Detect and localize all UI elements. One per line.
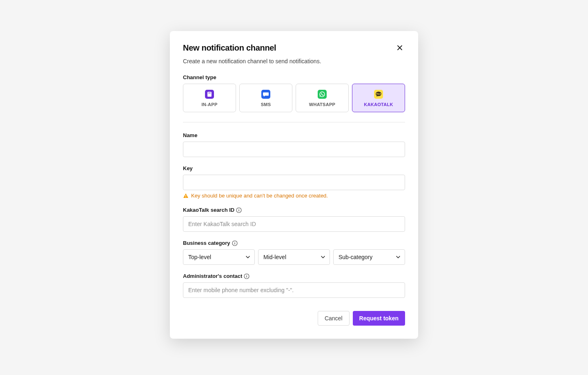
channel-option-sms[interactable]: SMS [239, 84, 292, 112]
svg-rect-4 [318, 90, 327, 99]
channel-option-in-app[interactable]: IN-APP [183, 84, 236, 112]
svg-rect-15 [234, 243, 235, 244]
channel-label: WHATSAPP [309, 102, 336, 107]
sub-category-select[interactable]: Sub-category [333, 249, 405, 265]
key-helper: Key should be unique and can't be change… [183, 193, 405, 199]
business-category-label: Business category [183, 240, 405, 246]
business-category-group: Business category Top-level Mid-level [183, 240, 405, 265]
whatsapp-icon [318, 90, 327, 99]
mid-level-select[interactable]: Mid-level [258, 249, 330, 265]
modal-header: New notification channel [183, 42, 405, 53]
warning-icon [183, 193, 189, 199]
svg-rect-18 [247, 276, 247, 277]
notification-channel-modal: New notification channel Create a new no… [170, 31, 418, 339]
info-icon [244, 273, 249, 279]
key-helper-text: Key should be unique and can't be change… [191, 193, 328, 199]
cancel-button[interactable]: Cancel [318, 311, 350, 326]
svg-rect-1 [207, 92, 212, 97]
kakaotalk-icon: TALK [374, 90, 383, 99]
svg-text:TALK: TALK [376, 93, 381, 95]
svg-rect-16 [234, 242, 235, 242]
category-select-row: Top-level Mid-level Sub-category [183, 249, 405, 265]
svg-rect-2 [208, 93, 211, 93]
close-button[interactable] [394, 42, 405, 53]
key-input[interactable] [183, 175, 405, 190]
modal-footer: Cancel Request token [183, 311, 405, 326]
svg-rect-19 [247, 275, 247, 275]
modal-description: Create a new notification channel to sen… [183, 58, 405, 64]
top-level-select[interactable]: Top-level [183, 249, 255, 265]
sms-icon [261, 90, 270, 99]
svg-rect-10 [185, 197, 186, 197]
admin-contact-label: Administrator's contact [183, 273, 405, 279]
name-label: Name [183, 132, 405, 138]
channel-type-group: Channel type IN-APP [183, 74, 405, 122]
admin-contact-group: Administrator's contact [183, 273, 405, 298]
info-icon [236, 207, 242, 213]
modal-title: New notification channel [183, 43, 276, 53]
search-id-label: KakaoTalk search ID [183, 207, 405, 213]
key-group: Key Key should be unique and can't be ch… [183, 165, 405, 199]
channel-label: KAKAOTALK [364, 102, 393, 107]
svg-rect-13 [239, 209, 239, 209]
close-icon [396, 44, 403, 51]
request-token-button[interactable]: Request token [353, 311, 405, 326]
in-app-icon [205, 90, 214, 99]
channel-option-whatsapp[interactable]: WHATSAPP [296, 84, 349, 112]
name-group: Name [183, 132, 405, 157]
channel-label: IN-APP [201, 102, 217, 107]
search-id-input[interactable] [183, 216, 405, 232]
admin-contact-input[interactable] [183, 282, 405, 298]
key-label: Key [183, 165, 405, 171]
divider [183, 122, 405, 122]
info-icon [232, 240, 238, 246]
channel-type-label: Channel type [183, 74, 405, 80]
svg-rect-9 [185, 195, 186, 197]
name-input[interactable] [183, 142, 405, 157]
channel-label: SMS [261, 102, 271, 107]
channel-option-kakaotalk[interactable]: TALK KAKAOTALK [352, 84, 405, 112]
channel-type-grid: IN-APP SMS [183, 84, 405, 112]
search-id-group: KakaoTalk search ID [183, 207, 405, 232]
svg-rect-12 [239, 210, 239, 211]
